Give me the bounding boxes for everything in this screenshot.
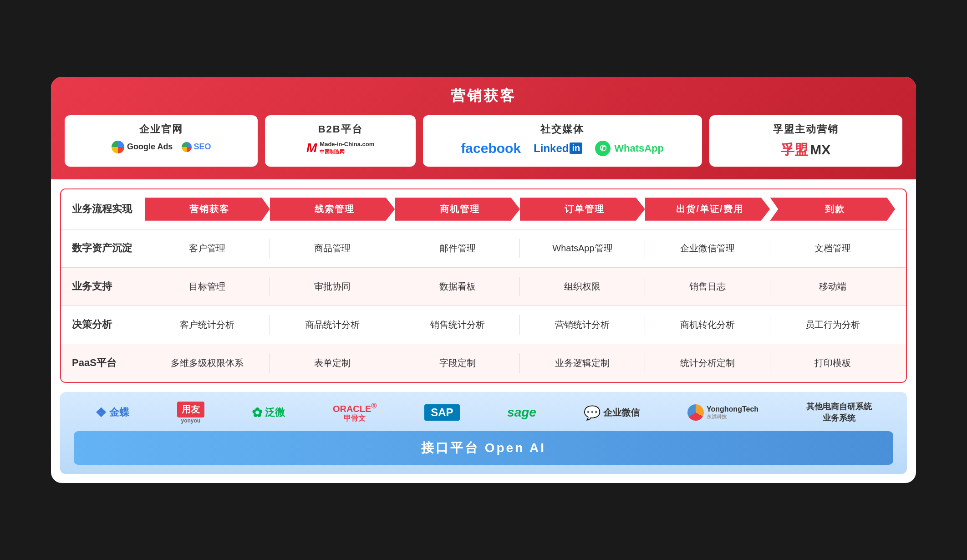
arrow-step-3: 商机管理 [395,198,520,221]
row-label-analytics: 决策分析 [72,318,145,331]
row-item-customer-mgmt: 客户管理 [145,239,270,258]
qywx-icon: 💬 [584,405,601,421]
arrow-step-4: 订单管理 [520,198,645,221]
whatsapp-logo: ✆ WhatsApp [595,141,664,156]
marketing-title: 营销获客 [65,86,902,106]
partner-oracle: ORACLE® 甲骨文 [333,402,377,424]
yonghong-text-block: YonghongTech 永洪科技 [707,405,758,420]
sage-text: sage [507,405,536,420]
partner-yonghong: YonghongTech 永洪科技 [687,404,758,421]
row-item-mobile: 移动端 [770,277,895,296]
process-row: 业务流程实现 营销获客 线索管理 商机管理 订单管理 出货/单证/费用 [61,189,906,229]
openai-bar: 接口平台 Open AI [74,431,893,465]
row-item-form: 表单定制 [270,353,395,373]
card-fumeng-title: 孚盟主动营销 [773,122,839,136]
linkedin-text: Linked [534,142,569,155]
yonghong-sub: 永洪科技 [707,413,758,420]
business-section: 业务流程实现 营销获客 线索管理 商机管理 订单管理 出货/单证/费用 [60,188,907,383]
row-item-wechat-mgmt: 企业微信管理 [645,239,770,258]
partner-logos: ❖ 金蝶 用友 yonyou ✿ 泛微 ORACLE® 甲骨文 [74,401,893,424]
card-website: 企业官网 Google Ads SEO [65,115,258,167]
partner-sage: sage [507,405,536,420]
row-item-product-mgmt: 商品管理 [270,239,395,258]
data-row-paas: PaaS平台 多维多级权限体系 表单定制 字段定制 业务逻辑定制 统计分析定制 … [61,344,906,382]
social-logos: facebook Linkedin ✆ WhatsApp [461,141,664,156]
row-label-digital: 数字资产沉淀 [72,241,145,255]
yonghong-circle [687,404,704,421]
fumeng-mx: MX [810,142,830,158]
qywx-text: 企业微信 [603,407,640,419]
linkedin-logo: Linkedin [534,142,582,155]
main-container: 营销获客 企业官网 Google Ads SEO B2B平台 [51,77,916,483]
marketing-cards: 企业官网 Google Ads SEO B2B平台 [65,115,902,167]
arrow-item-1: 营销获客 [145,198,270,221]
process-arrows: 营销获客 线索管理 商机管理 订单管理 出货/单证/费用 到款 [145,198,895,221]
facebook-logo: facebook [461,141,521,156]
whatsapp-icon: ✆ [595,141,611,156]
kingdee-text: 金蝶 [109,406,129,419]
partner-other: 其他电商自研系统业务系统 [806,401,872,424]
row-item-approval: 审批协同 [270,277,395,296]
row-items-paas: 多维多级权限体系 表单定制 字段定制 业务逻辑定制 统计分析定制 打印模板 [145,353,895,373]
oracle-cn: 甲骨文 [333,414,377,423]
partner-yonyou: 用友 yonyou [177,402,204,424]
sap-box: SAP [424,404,459,421]
card-fumeng: 孚盟主动营销 孚盟 MX [709,115,902,167]
fanwei-icon: ✿ [252,405,262,420]
row-item-logic: 业务逻辑定制 [520,353,645,373]
card-website-title: 企业官网 [139,122,183,136]
row-item-product-stat: 商品统计分析 [270,315,395,335]
row-item-org: 组织权限 [520,277,645,296]
mic-text-cn: 中国制造网 [320,148,374,155]
card-social-title: 社交媒体 [540,122,584,136]
arrow-item-3: 商机管理 [395,198,520,221]
row-item-customer-stat: 客户统计分析 [145,315,270,335]
row-item-saleslog: 销售日志 [645,277,770,296]
fumeng-text: 孚盟 [781,141,808,159]
mic-text-en: Made-in-China.com [320,141,374,148]
fanwei-text: 泛微 [265,406,285,419]
partner-fanwei: ✿ 泛微 [252,405,285,420]
partner-qywx: 💬 企业微信 [584,405,640,421]
seo-logo: SEO [182,142,211,152]
row-item-target: 目标管理 [145,277,270,296]
data-row-digital: 数字资产沉淀 客户管理 商品管理 邮件管理 WhatsApp管理 企业微信管理 … [61,229,906,268]
card-social: 社交媒体 facebook Linkedin ✆ WhatsApp [423,115,702,167]
seo-text: SEO [193,142,211,152]
card-b2b-title: B2B平台 [318,122,363,136]
mic-logo-row: M Made-in-China.com 中国制造网 [306,141,374,155]
made-in-china-logo: M Made-in-China.com 中国制造网 [306,141,374,155]
arrow-item-6: 到款 [770,198,895,221]
row-item-sales-stat: 销售统计分析 [395,315,520,335]
row-item-email-mgmt: 邮件管理 [395,239,520,258]
process-label: 业务流程实现 [72,202,145,216]
row-item-doc-mgmt: 文档管理 [770,239,895,258]
arrow-step-6: 到款 [770,198,895,221]
whatsapp-text: WhatsApp [614,143,664,154]
oracle-wrapper: ORACLE® 甲骨文 [333,402,377,424]
row-item-marketing-stat: 营销统计分析 [520,315,645,335]
row-item-conversion-stat: 商机转化分析 [645,315,770,335]
kingdee-icon: ❖ [95,405,107,420]
mic-text-block: Made-in-China.com 中国制造网 [320,141,374,155]
arrow-step-5: 出货/单证/费用 [645,198,770,221]
row-item-print: 打印模板 [770,353,895,373]
arrow-item-4: 订单管理 [520,198,645,221]
yonyou-box: 用友 [177,402,204,417]
row-item-field: 字段定制 [395,353,520,373]
row-item-staff-stat: 员工行为分析 [770,315,895,335]
linkedin-in: in [570,143,582,154]
data-row-support: 业务支持 目标管理 审批协同 数据看板 组织权限 销售日志 移动端 [61,268,906,306]
arrow-item-5: 出货/单证/费用 [645,198,770,221]
row-item-stat-custom: 统计分析定制 [645,353,770,373]
google-ads-logo: Google Ads [112,141,173,153]
fumeng-brand-logo: 孚盟 MX [781,141,830,159]
arrow-step-2: 线索管理 [270,198,395,221]
row-item-whatsapp-mgmt: WhatsApp管理 [520,239,645,258]
marketing-section: 营销获客 企业官网 Google Ads SEO B2B平台 [51,77,916,179]
other-text: 其他电商自研系统业务系统 [806,401,872,424]
g-seo-icon [182,142,192,152]
yonghong-text: YonghongTech [707,405,758,413]
data-row-analytics: 决策分析 客户统计分析 商品统计分析 销售统计分析 营销统计分析 商机转化分析 … [61,306,906,344]
partner-sap: SAP [424,404,459,421]
